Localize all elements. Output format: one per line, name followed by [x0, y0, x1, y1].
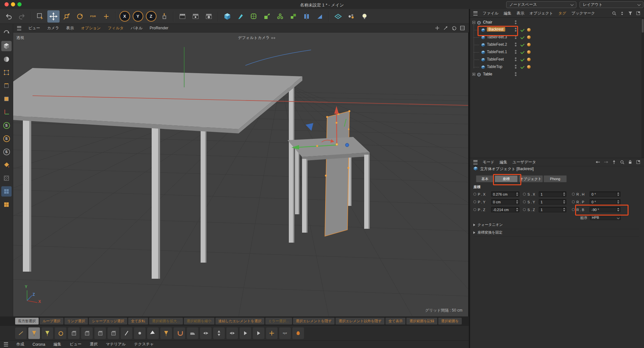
tab-basic[interactable]: 基本 [476, 175, 494, 182]
parent-up-icon[interactable] [611, 160, 617, 165]
render-view-button[interactable] [176, 10, 189, 23]
tree-row-tablefeet2[interactable]: TableFeet.2 [470, 41, 644, 48]
px-input[interactable]: 0.276 cm [491, 191, 519, 197]
pz-spinner[interactable] [515, 208, 519, 212]
sort-arrows-icon[interactable] [620, 11, 625, 16]
visibility-dots[interactable] [515, 43, 516, 46]
layout-select[interactable]: レイアウト [580, 1, 643, 8]
zoom-view-icon[interactable] [443, 25, 448, 31]
menu-camera[interactable]: カメラ [47, 25, 59, 31]
rh-input[interactable]: 0 ° [590, 191, 620, 197]
hide-selected-button[interactable]: 選択エレメントを隠す [293, 318, 335, 324]
menu-select[interactable]: 選択 [90, 342, 98, 347]
shrink-selection-button[interactable]: 選択範囲を縮小 [184, 318, 214, 324]
om-menu-objects[interactable]: オブジェクト [529, 11, 553, 16]
phong-tag-icon[interactable] [527, 65, 531, 69]
sx-input[interactable]: 1 [539, 191, 566, 197]
enabled-check-icon[interactable] [520, 28, 525, 32]
render-button[interactable] [190, 10, 202, 23]
menu-view[interactable]: ビュー [28, 25, 40, 31]
align-normals-icon[interactable] [240, 327, 251, 339]
menu-prorender[interactable]: ProRender [150, 26, 168, 30]
toggle-views-icon[interactable] [460, 25, 465, 31]
search-icon[interactable] [620, 160, 625, 165]
menu-filter[interactable]: フィルタ [108, 25, 124, 31]
quaternion-section[interactable]: クォータニオン [473, 222, 639, 229]
phong-tag-icon[interactable] [527, 43, 531, 46]
rp-spinner[interactable] [616, 200, 620, 204]
snap-workplane-icon[interactable]: S [1, 147, 12, 157]
panel-corner-icon[interactable] [636, 11, 641, 16]
enabled-check-icon[interactable] [520, 65, 525, 69]
tab-coordinates[interactable]: 座標 [495, 175, 518, 182]
select-connected-button[interactable]: 連結したエレメントを選択 [215, 318, 264, 324]
visibility-dots[interactable] [515, 65, 516, 69]
bevel-tool-icon[interactable] [94, 327, 106, 339]
sz-input[interactable]: 1 [539, 207, 566, 212]
freeze-transform-section[interactable]: 座標変換を固定 [473, 230, 639, 237]
attribute-menu-icon[interactable] [473, 160, 478, 164]
menu-texture[interactable]: テクスチャ [134, 342, 154, 347]
spline-pen-button[interactable] [234, 10, 247, 23]
normal-scale-icon[interactable] [226, 327, 238, 339]
tree-row-tabletop[interactable]: TableTop [470, 63, 644, 71]
psr-lock-button[interactable]: PSR [87, 10, 99, 23]
am-menu-edit[interactable]: 編集 [500, 160, 507, 165]
om-menu-edit[interactable]: 編集 [504, 11, 511, 16]
show-all-button[interactable]: 全て表示 [385, 318, 405, 324]
am-menu-mode[interactable]: モード [483, 160, 495, 165]
menu-material[interactable]: マテリアル [106, 342, 126, 347]
search-icon[interactable] [611, 11, 617, 16]
sy-input[interactable]: 1 [539, 199, 566, 205]
rotate-tool-button[interactable] [74, 10, 86, 23]
sy-spinner[interactable] [562, 200, 566, 204]
tree-row-backrest[interactable]: Backrest [470, 26, 644, 34]
viewport-menu-icon[interactable] [17, 26, 21, 30]
lock-icon[interactable] [628, 160, 633, 165]
expand-icon[interactable] [472, 73, 475, 76]
deformer-button[interactable] [314, 10, 326, 23]
hide-unselected-button[interactable]: 選択エレメント以外を隠す [336, 318, 384, 324]
view-mode-label[interactable]: 透視 [16, 35, 24, 41]
slide-tool-icon[interactable] [200, 327, 212, 339]
rectangle-select-button[interactable]: 長方形選択 [15, 318, 39, 324]
material-tile-icon[interactable] [1, 199, 12, 210]
nodespace-select[interactable]: ノードスペース [506, 1, 576, 8]
sharp-edge-select-button[interactable]: シャープエッジ選択 [89, 318, 127, 324]
snap-enable-icon[interactable]: S [1, 120, 12, 130]
generator-button[interactable] [261, 10, 273, 23]
z-axis-lock-button[interactable]: Z [145, 10, 157, 23]
optimize-tool-icon[interactable] [292, 327, 304, 339]
sx-spinner[interactable] [562, 192, 566, 196]
phong-tag-icon[interactable] [527, 28, 531, 32]
y-axis-lock-button[interactable]: Y [132, 10, 144, 23]
render-settings-button[interactable] [203, 10, 215, 23]
scale-tool-button[interactable] [61, 10, 73, 23]
px-spinner[interactable] [515, 192, 519, 196]
smear-brush-icon[interactable] [42, 327, 53, 339]
tree-row-tablefeet1[interactable]: TableFeet.1 [470, 48, 644, 56]
visibility-dots[interactable] [515, 28, 516, 32]
iron-tool-icon[interactable] [187, 327, 198, 339]
instance-button[interactable] [287, 10, 299, 23]
tree-row-tablefeet[interactable]: TableFeet [470, 56, 644, 63]
rotate-view-icon[interactable] [451, 25, 457, 31]
om-menu-tags[interactable]: タグ [558, 11, 566, 16]
py-input[interactable]: 0 cm [491, 199, 519, 205]
menu-create[interactable]: 作成 [16, 342, 24, 347]
mask-tool-icon[interactable] [55, 327, 66, 339]
menu-display[interactable]: 表示 [66, 25, 74, 31]
uv-edit-icon[interactable] [1, 186, 12, 197]
enabled-check-icon[interactable] [520, 43, 525, 47]
knife-tool-icon[interactable] [121, 327, 132, 339]
magnet-tool-icon[interactable] [174, 327, 185, 339]
py-spinner[interactable] [515, 200, 519, 204]
visibility-dots[interactable] [515, 50, 516, 54]
mirror-select-button[interactable]: ミラー選択... [265, 318, 292, 324]
sculpt-brush-icon[interactable] [160, 327, 172, 339]
menu-edit[interactable]: 編集 [53, 342, 61, 347]
menu-panel[interactable]: パネル [131, 25, 143, 31]
environment-button[interactable] [345, 10, 357, 23]
visibility-dots[interactable] [515, 72, 516, 76]
camera-label[interactable]: デフォルトカメラ [238, 35, 276, 41]
